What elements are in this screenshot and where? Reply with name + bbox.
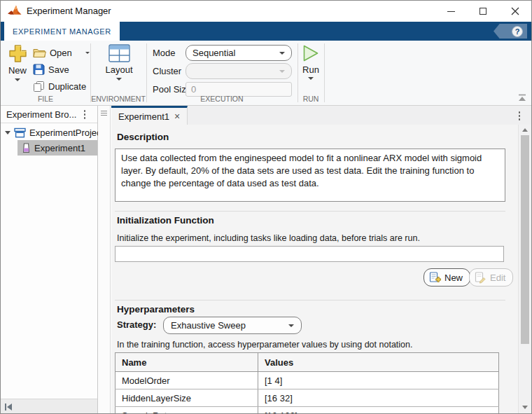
panel-splitter[interactable] xyxy=(98,106,111,414)
mode-dropdown[interactable]: Sequential xyxy=(186,45,292,61)
hyperparameters-table: Name Values ModelOrder [1 4] HiddenLayer… xyxy=(115,352,499,413)
minimize-button[interactable] xyxy=(435,1,467,22)
mode-value: Sequential xyxy=(192,48,235,58)
maximize-button[interactable] xyxy=(467,1,499,22)
tree-item-label: ExperimentProject xyxy=(29,127,104,138)
browser-horizontal-scrollbar[interactable] xyxy=(1,399,97,414)
scroll-down-icon[interactable] xyxy=(522,406,528,409)
init-edit-label: Edit xyxy=(490,272,505,283)
project-icon xyxy=(14,127,26,138)
column-header-name[interactable]: Name xyxy=(115,353,258,372)
table-row[interactable]: SampleRate [10 100] xyxy=(115,407,499,414)
hyperparameters-help: In the training function, access hyperpa… xyxy=(117,340,412,350)
edit-function-icon xyxy=(475,272,486,284)
table-row[interactable]: ModelOrder [1 4] xyxy=(115,372,499,389)
document-tab-strip: Experiment1 × xyxy=(111,106,531,125)
section-environment: ENVIRONMENT xyxy=(90,95,146,103)
scrollbar-thumb[interactable] xyxy=(521,135,529,344)
strategy-caret-icon xyxy=(288,324,294,327)
section-execution: EXECUTION xyxy=(146,95,298,103)
splitter-grip-icon xyxy=(101,111,107,116)
mode-label: Mode xyxy=(153,48,176,58)
run-icon xyxy=(302,44,319,62)
open-folder-icon xyxy=(33,48,46,58)
browser-title: Experiment Bro... xyxy=(6,109,76,120)
help-button[interactable]: ? xyxy=(493,24,527,39)
layout-icon xyxy=(108,44,130,62)
cluster-caret-icon xyxy=(279,70,285,73)
layout-dropdown-caret-icon[interactable] xyxy=(116,78,122,81)
description-heading: Description xyxy=(117,132,169,142)
tree-item-experiment[interactable]: Experiment1 xyxy=(1,140,97,156)
hyperparameter-values[interactable]: [10 100] xyxy=(258,407,499,414)
new-button[interactable]: New xyxy=(5,44,30,81)
browser-tree: ExperimentProject Experiment1 xyxy=(1,125,97,156)
hyperparameter-name[interactable]: HiddenLayerSize xyxy=(115,389,258,407)
experiment-manager-window: Experiment Manager EXPERIMENT MANAGER ? … xyxy=(0,0,532,414)
tab-close-icon[interactable]: × xyxy=(174,111,180,121)
hyperparameters-heading: Hyperparameters xyxy=(117,304,195,315)
strategy-value: Exhaustive Sweep xyxy=(171,320,246,331)
cluster-dropdown xyxy=(186,63,292,79)
duplicate-label: Duplicate xyxy=(48,81,86,92)
open-button[interactable]: Open xyxy=(33,45,90,60)
save-label: Save xyxy=(48,64,69,75)
duplicate-icon xyxy=(33,81,45,92)
close-button[interactable] xyxy=(499,1,531,22)
new-dropdown-caret-icon[interactable] xyxy=(15,78,20,81)
help-icon: ? xyxy=(512,26,523,37)
init-function-input[interactable] xyxy=(115,246,504,262)
save-button[interactable]: Save xyxy=(33,62,69,77)
expander-icon[interactable] xyxy=(5,131,10,134)
toolstrip: New Open Save Duplicate xyxy=(1,41,531,106)
tree-item-label: Experiment1 xyxy=(34,143,85,153)
cluster-label: Cluster xyxy=(153,66,181,76)
section-run: RUN xyxy=(298,95,324,103)
experiment-form: Description Use data collected from the … xyxy=(111,125,518,413)
browser-menu-icon[interactable] xyxy=(82,108,88,121)
hyperparameter-values[interactable]: [1 4] xyxy=(258,372,499,389)
description-textarea[interactable]: Use data collected from the enginespeed … xyxy=(115,149,505,202)
document-area: Experiment1 × Description Use data colle… xyxy=(111,106,531,413)
window-title: Experiment Manager xyxy=(27,6,111,16)
strategy-label: Strategy: xyxy=(117,319,156,330)
table-row[interactable]: HiddenLayerSize [16 32] xyxy=(115,389,499,407)
scroll-to-start-icon[interactable] xyxy=(4,403,13,411)
tab-label: Experiment1 xyxy=(118,111,169,122)
duplicate-button[interactable]: Duplicate xyxy=(33,78,86,94)
section-file: FILE xyxy=(1,95,90,103)
experiment-icon xyxy=(22,143,31,153)
column-header-values[interactable]: Values xyxy=(258,353,499,372)
new-label: New xyxy=(8,65,27,76)
strategy-dropdown[interactable]: Exhaustive Sweep xyxy=(163,317,302,334)
tree-item-project[interactable]: ExperimentProject xyxy=(1,125,97,140)
matlab-logo-icon xyxy=(8,5,22,17)
hyperparameter-values[interactable]: [16 32] xyxy=(258,389,499,407)
table-header-row: Name Values xyxy=(115,353,499,372)
init-function-heading: Initialization Function xyxy=(117,215,214,226)
title-bar: Experiment Manager xyxy=(1,1,531,22)
save-icon xyxy=(33,64,45,75)
init-new-button[interactable]: New xyxy=(424,268,470,287)
init-new-label: New xyxy=(444,272,463,283)
experiment-browser-panel: Experiment Bro... ExperimentProject xyxy=(1,106,98,414)
tab-experiment1[interactable]: Experiment1 × xyxy=(111,106,188,125)
layout-button[interactable]: Layout xyxy=(97,44,141,81)
run-button[interactable]: Run xyxy=(299,44,323,80)
close-icon xyxy=(511,7,519,15)
hyperparameter-name[interactable]: ModelOrder xyxy=(115,372,258,389)
mode-caret-icon xyxy=(279,52,285,55)
scroll-up-icon[interactable] xyxy=(522,128,528,132)
init-edit-button: Edit xyxy=(469,268,513,287)
new-function-icon xyxy=(429,272,441,284)
init-function-help: Initialize the experiment, including tas… xyxy=(117,233,420,243)
collapse-ribbon-button[interactable] xyxy=(517,94,527,102)
content-vertical-scrollbar[interactable] xyxy=(518,125,531,413)
run-dropdown-caret-icon[interactable] xyxy=(308,77,314,80)
document-menu-icon[interactable] xyxy=(517,109,523,123)
layout-label: Layout xyxy=(105,64,132,75)
ribbon-tab-bar: EXPERIMENT MANAGER ? xyxy=(1,22,531,41)
tab-experiment-manager[interactable]: EXPERIMENT MANAGER xyxy=(4,22,120,41)
hyperparameter-name[interactable]: SampleRate xyxy=(115,407,258,414)
open-dropdown-caret-icon[interactable] xyxy=(85,52,90,54)
